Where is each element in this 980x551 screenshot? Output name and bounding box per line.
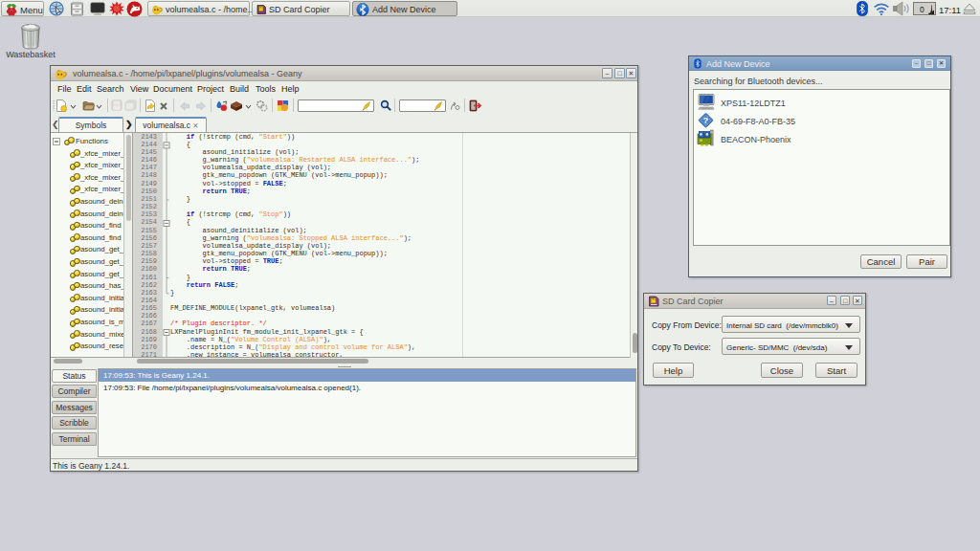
svg-text:?: ?	[703, 115, 709, 125]
